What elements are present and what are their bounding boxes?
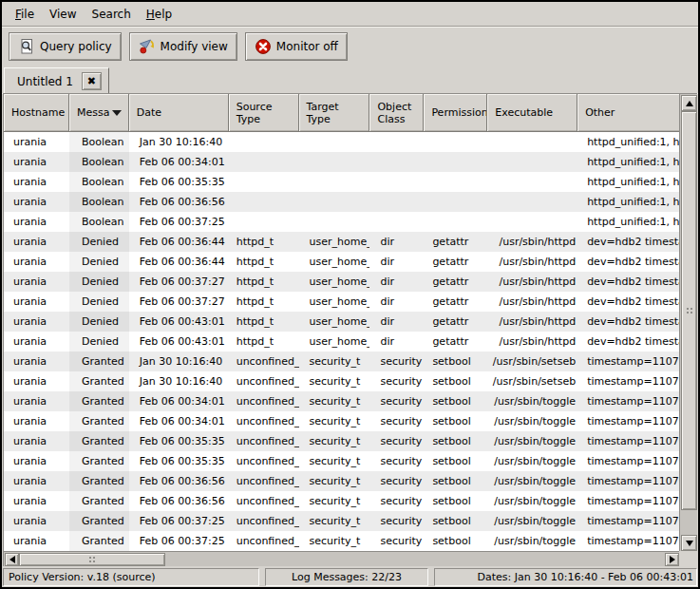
cell-hostname: urania [4, 391, 69, 411]
cell-target-type: user_home_ [299, 332, 370, 352]
cell-date: Feb 06 00:37:25 [129, 531, 229, 551]
log-row[interactable]: uraniaDeniedFeb 06 00:43:01httpd_tuser_h… [4, 312, 680, 332]
log-row[interactable]: uraniaGrantedFeb 06 00:35:35unconfined_s… [4, 451, 680, 471]
log-row[interactable]: uraniaDeniedFeb 06 00:36:44httpd_tuser_h… [4, 252, 680, 272]
log-row[interactable]: uraniaBooleanJan 30 10:16:40httpd_unifie… [4, 132, 680, 152]
cell-hostname: urania [4, 152, 69, 172]
column-header-date[interactable]: Date [129, 94, 229, 132]
log-row[interactable]: uraniaBooleanFeb 06 00:36:56httpd_unifie… [4, 192, 680, 212]
cell-hostname: urania [4, 471, 69, 491]
cell-hostname: urania [4, 172, 69, 192]
cell-target-type: user_home_ [299, 312, 370, 332]
cell-message: Denied [69, 252, 129, 272]
cell-object-class: security [369, 511, 424, 531]
scroll-left-button[interactable] [5, 553, 19, 566]
column-header-executable[interactable]: Executable [487, 94, 577, 132]
cell-date: Feb 06 00:43:01 [129, 332, 229, 352]
log-row[interactable]: uraniaGrantedJan 30 10:16:40unconfined_s… [4, 371, 680, 391]
cell-message: Granted [69, 431, 129, 451]
column-header-target-type[interactable]: Target Type [299, 94, 370, 132]
column-header-permission[interactable]: Permission [424, 94, 487, 132]
cell-object-class: security [369, 371, 424, 391]
cell-source-type [229, 152, 299, 172]
menu-file[interactable]: File [8, 5, 42, 24]
column-header-object-class[interactable]: Object Class [369, 94, 424, 132]
table-header-row: HostnameMessaDateSource TypeTarget TypeO… [4, 94, 680, 132]
log-row[interactable]: uraniaGrantedFeb 06 00:36:56unconfined_s… [4, 471, 680, 491]
scroll-down-button[interactable] [681, 535, 697, 551]
log-row[interactable]: uraniaGrantedFeb 06 00:37:25unconfined_s… [4, 531, 680, 551]
cell-object-class: dir [369, 332, 424, 352]
cell-object-class: security [369, 451, 424, 471]
cell-permission [424, 132, 487, 152]
vertical-scrollbar-thumb[interactable] [681, 111, 697, 510]
cell-object-class [369, 152, 424, 172]
query-policy-label: Query policy [40, 40, 112, 53]
cell-executable [487, 152, 577, 172]
tab-close-button[interactable]: ✖ [82, 72, 102, 90]
log-row[interactable]: uraniaDeniedFeb 06 00:36:44httpd_tuser_h… [4, 232, 680, 252]
seaudit-window: FileViewSearchHelp Query policy [0, 0, 700, 589]
cell-target-type: user_home_ [299, 232, 370, 252]
cell-message: Boolean [69, 192, 129, 212]
log-row[interactable]: uraniaGrantedFeb 06 00:34:01unconfined_s… [4, 391, 680, 411]
cell-target-type: user_home_ [299, 272, 370, 292]
cell-executable [487, 132, 577, 152]
cell-hostname: urania [4, 132, 69, 152]
policy-version-status: Policy Version: v.18 (source) [3, 568, 259, 586]
cell-message: Denied [69, 272, 129, 292]
menu-search[interactable]: Search [85, 5, 139, 24]
cell-executable: /usr/sbin/toggle [487, 511, 577, 531]
cell-permission: setbool [424, 511, 487, 531]
cell-other: timestamp=11076 [577, 411, 680, 431]
log-row[interactable]: uraniaBooleanFeb 06 00:34:01httpd_unifie… [4, 152, 680, 172]
monitor-off-label: Monitor off [276, 40, 338, 53]
cell-source-type: httpd_t [229, 272, 299, 292]
cell-message: Granted [69, 352, 129, 371]
log-row[interactable]: uraniaGrantedJan 30 10:16:40unconfined_s… [4, 352, 680, 371]
cell-target-type: security_t [299, 531, 370, 551]
column-header-messa[interactable]: Messa [69, 94, 129, 132]
menu-help[interactable]: Help [139, 5, 180, 24]
log-row[interactable]: uraniaGrantedFeb 06 00:34:01unconfined_s… [4, 411, 680, 431]
cell-date: Jan 30 10:16:40 [129, 352, 229, 371]
cell-target-type [299, 132, 370, 152]
query-policy-button[interactable]: Query policy [9, 32, 122, 61]
up-arrow-icon [686, 101, 693, 106]
log-row[interactable]: uraniaGrantedFeb 06 00:37:25unconfined_s… [4, 511, 680, 531]
modify-view-button[interactable]: Modify view [129, 32, 237, 61]
scroll-up-button[interactable] [681, 95, 697, 111]
log-row[interactable]: uraniaBooleanFeb 06 00:37:25httpd_unifie… [4, 212, 680, 232]
column-header-source-type[interactable]: Source Type [229, 94, 299, 132]
cell-executable: /usr/sbin/httpd [487, 292, 577, 312]
log-row[interactable]: uraniaGrantedFeb 06 00:35:35unconfined_s… [4, 431, 680, 451]
menu-view[interactable]: View [42, 5, 84, 24]
log-row[interactable]: uraniaBooleanFeb 06 00:35:35httpd_unifie… [4, 172, 680, 192]
log-row[interactable]: uraniaGrantedFeb 06 00:36:56unconfined_s… [4, 491, 680, 511]
monitor-off-button[interactable]: Monitor off [245, 32, 348, 61]
horizontal-scrollbar-thumb[interactable] [19, 553, 165, 566]
cell-other: dev=hdb2 timesta [577, 232, 680, 252]
cell-target-type [299, 152, 370, 172]
cell-permission: getattr [424, 292, 487, 312]
horizontal-scrollbar[interactable] [4, 551, 680, 566]
log-row[interactable]: uraniaDeniedFeb 06 00:37:27httpd_tuser_h… [4, 292, 680, 312]
column-header-other[interactable]: Other [577, 94, 680, 132]
cell-executable [487, 212, 577, 232]
cell-target-type: security_t [299, 391, 370, 411]
log-row[interactable]: uraniaDeniedFeb 06 00:37:27httpd_tuser_h… [4, 272, 680, 292]
log-row[interactable]: uraniaDeniedFeb 06 00:43:01httpd_tuser_h… [4, 332, 680, 352]
cell-hostname: urania [4, 371, 69, 391]
cell-target-type: security_t [299, 451, 370, 471]
cell-permission: getattr [424, 232, 487, 252]
scroll-right-button[interactable] [665, 553, 679, 566]
vertical-scrollbar[interactable] [679, 94, 697, 552]
cell-executable: /usr/sbin/toggle [487, 531, 577, 551]
cell-target-type [299, 192, 370, 212]
cell-date: Feb 06 00:36:44 [129, 232, 229, 252]
column-header-hostname[interactable]: Hostname [4, 94, 69, 132]
modify-view-icon [139, 38, 156, 55]
cell-hostname: urania [4, 431, 69, 451]
tab-untitled-1[interactable]: Untitled 1 ✖ [4, 67, 109, 94]
cell-source-type: httpd_t [229, 232, 299, 252]
